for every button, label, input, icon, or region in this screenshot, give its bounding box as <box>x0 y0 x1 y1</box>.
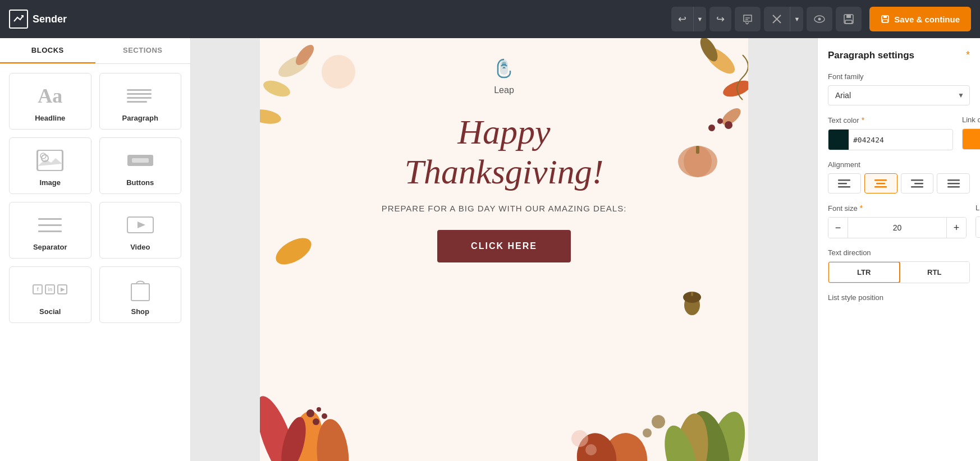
size-section: Font size * − + Line height − <box>828 204 970 238</box>
social-label: Social <box>39 307 61 316</box>
block-social[interactable]: f in ▶ Social <box>9 266 91 323</box>
tab-blocks[interactable]: BLOCKS <box>0 38 95 63</box>
paragraph-icon <box>123 84 157 108</box>
svg-point-48 <box>658 422 703 461</box>
shop-label: Shop <box>131 307 150 316</box>
svg-point-5 <box>818 18 821 21</box>
align-center-button[interactable] <box>864 173 897 193</box>
alignment-label: Alignment <box>828 160 970 169</box>
align-right-button[interactable] <box>901 173 934 193</box>
block-image[interactable]: Image <box>9 137 91 194</box>
color-row: Text color * Link color <box>828 116 970 150</box>
text-color-required: * <box>862 116 864 125</box>
cta-button[interactable]: CLICK HERE <box>437 230 571 262</box>
font-size-required: * <box>860 204 863 213</box>
preview-button[interactable] <box>807 7 832 31</box>
main-content: BLOCKS SECTIONS Aa Headline <box>0 38 980 461</box>
font-size-increase[interactable]: + <box>947 218 966 238</box>
email-canvas: Leap Happy Thanksgiving! PREPARE FOR A B… <box>260 38 748 461</box>
alignment-row <box>828 173 970 193</box>
direction-ltr-button[interactable]: LTR <box>828 261 900 283</box>
line-height-label: Line height <box>976 204 980 212</box>
svg-rect-15 <box>132 158 149 163</box>
color-section: Text color * Link color <box>828 116 970 150</box>
svg-point-41 <box>313 418 319 425</box>
svg-point-47 <box>673 412 711 461</box>
headline-icon: Aa <box>33 84 67 108</box>
svg-point-43 <box>306 409 314 417</box>
email-main-content: Happy Thanksgiving! PREPARE FOR A BIG DA… <box>337 101 672 274</box>
block-shop[interactable]: Shop <box>99 266 182 323</box>
align-left-button[interactable] <box>828 173 861 193</box>
tab-sections[interactable]: SECTIONS <box>95 38 191 63</box>
block-buttons[interactable]: Buttons <box>99 137 182 194</box>
svg-point-46 <box>682 408 736 461</box>
svg-rect-16 <box>38 218 62 220</box>
save-continue-button[interactable]: Save & continue <box>869 7 971 31</box>
svg-rect-58 <box>691 292 693 296</box>
svg-marker-20 <box>138 222 145 228</box>
image-icon <box>33 148 67 173</box>
svg-rect-66 <box>911 179 923 181</box>
block-paragraph[interactable]: Paragraph <box>99 73 182 130</box>
svg-point-55 <box>272 233 316 270</box>
svg-rect-60 <box>838 179 850 181</box>
svg-point-39 <box>314 418 351 461</box>
line-height-field: Line height − + <box>976 204 980 238</box>
svg-rect-64 <box>876 183 885 185</box>
svg-rect-68 <box>911 186 923 188</box>
block-separator[interactable]: Separator <box>9 202 91 259</box>
font-size-decrease[interactable]: − <box>828 218 848 238</box>
buttons-icon <box>123 148 157 173</box>
block-video[interactable]: Video <box>99 202 182 259</box>
video-icon <box>123 213 157 237</box>
font-family-select[interactable]: Arial Georgia Times New Roman Verdana He… <box>828 85 970 105</box>
svg-rect-71 <box>947 186 960 188</box>
svg-point-37 <box>260 391 305 461</box>
svg-rect-65 <box>874 186 887 188</box>
headline-label: Headline <box>35 114 65 122</box>
link-color-swatch[interactable] <box>963 129 980 149</box>
svg-point-52 <box>643 428 652 437</box>
comment-button[interactable] <box>735 7 761 31</box>
right-panel: Paragraph settings * Font family Arial G… <box>817 38 980 461</box>
line-height-decrease[interactable]: − <box>976 217 980 237</box>
link-color-label: Link color <box>962 116 980 124</box>
text-direction-label: Text direction <box>828 248 970 257</box>
font-size-input[interactable] <box>848 218 947 238</box>
svg-point-56 <box>684 295 700 315</box>
app-name: Sender <box>33 13 67 25</box>
redo-button[interactable]: ↪ <box>709 7 731 31</box>
canvas-area: Leap Happy Thanksgiving! PREPARE FOR A B… <box>191 38 817 461</box>
tools-button[interactable] <box>764 7 790 31</box>
svg-rect-63 <box>874 179 887 181</box>
text-color-input[interactable] <box>849 136 952 144</box>
undo-dropdown-button[interactable]: ▼ <box>694 7 707 31</box>
svg-rect-8 <box>845 20 852 24</box>
svg-point-57 <box>683 292 701 303</box>
svg-point-59 <box>502 62 506 66</box>
direction-row: LTR RTL <box>828 261 970 283</box>
svg-point-42 <box>322 413 327 419</box>
panel-title: Paragraph settings <box>828 50 914 61</box>
direction-rtl-button[interactable]: RTL <box>900 262 970 283</box>
undo-button[interactable]: ↩ <box>671 7 694 31</box>
font-size-row: Font size * − + Line height − <box>828 204 970 238</box>
panel-tabs: BLOCKS SECTIONS <box>0 38 190 64</box>
text-color-swatch[interactable] <box>828 130 849 150</box>
separator-icon <box>33 213 67 237</box>
toolbar-actions: ↩ ▼ ↪ ▼ <box>671 7 971 31</box>
save-icon-button[interactable] <box>836 7 862 31</box>
font-family-label: Font family <box>828 72 970 81</box>
svg-point-32 <box>717 118 723 124</box>
email-logo: Leap <box>490 55 518 95</box>
logo-icon <box>9 10 28 29</box>
email-logo-text: Leap <box>494 85 514 95</box>
align-justify-button[interactable] <box>937 173 970 193</box>
separator-label: Separator <box>33 243 67 251</box>
left-panel: BLOCKS SECTIONS Aa Headline <box>0 38 191 461</box>
tools-dropdown-button[interactable]: ▼ <box>790 7 803 31</box>
svg-point-13 <box>40 153 46 159</box>
block-headline[interactable]: Aa Headline <box>9 73 91 130</box>
toolbar: Sender ↩ ▼ ↪ ▼ <box>0 0 980 38</box>
